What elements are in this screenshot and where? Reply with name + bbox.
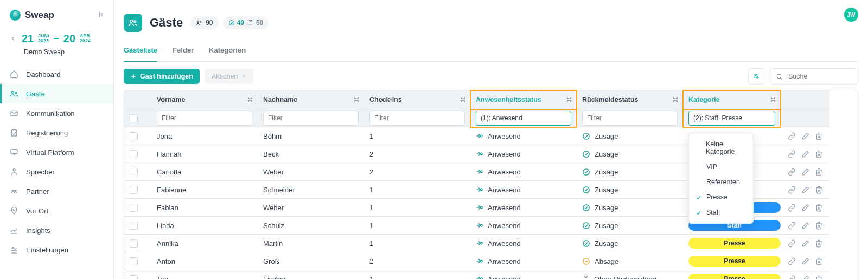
checkbox[interactable] [130, 114, 138, 122]
delete-icon[interactable] [815, 150, 823, 158]
delete-icon[interactable] [815, 257, 823, 265]
dropdown-option[interactable]: Presse [689, 190, 753, 205]
filter-attendance[interactable]: (1): Anwesend [470, 109, 577, 127]
search-input[interactable] [787, 72, 852, 81]
delete-icon[interactable] [815, 239, 823, 248]
delete-icon[interactable] [815, 275, 823, 279]
sidebar-item-communication[interactable]: Kommunikation [0, 103, 113, 123]
tab-fields[interactable]: Felder [173, 41, 194, 61]
filter-value[interactable]: (1): Anwesend [476, 111, 571, 126]
filter-input[interactable] [582, 111, 678, 126]
dropdown-option[interactable]: Referenten [689, 174, 753, 190]
checkbox[interactable] [130, 132, 138, 140]
link-icon[interactable] [788, 150, 796, 158]
svg-point-46 [481, 225, 483, 227]
filter-settings-button[interactable] [748, 68, 764, 85]
row-checkbox[interactable] [124, 235, 151, 252]
filter-value[interactable]: (2): Staff, Presse [688, 111, 775, 126]
checkbox[interactable] [130, 186, 138, 194]
avatar[interactable]: JW [844, 8, 858, 22]
dropdown-option[interactable]: Keine Kategorie [689, 137, 753, 159]
link-icon[interactable] [788, 222, 796, 230]
row-checkbox[interactable] [124, 217, 151, 235]
edit-icon[interactable] [801, 132, 809, 140]
col-category[interactable]: Kategorie [683, 90, 781, 109]
users-icon [196, 20, 202, 26]
search-box[interactable] [770, 68, 858, 85]
col-checkins[interactable]: Check-ins [364, 90, 470, 109]
col-attendance[interactable]: Anwesenheitsstatus [470, 90, 577, 109]
sidebar-item-speakers[interactable]: Sprecher [0, 162, 113, 181]
collapse-sidebar-icon[interactable] [98, 11, 106, 18]
actions-button[interactable]: Aktionen [205, 69, 253, 84]
filter-category[interactable]: (2): Staff, Presse [683, 109, 781, 127]
link-icon[interactable] [788, 132, 796, 140]
link-icon[interactable] [788, 257, 796, 265]
filter-input[interactable] [263, 111, 359, 126]
sidebar-item-virtual[interactable]: Virtual Platform [0, 142, 113, 162]
dropdown-option[interactable]: VIP [689, 159, 753, 174]
add-guest-button[interactable]: Gast hinzufügen [124, 69, 200, 84]
delete-icon[interactable] [815, 186, 823, 194]
checkbox[interactable] [130, 204, 138, 212]
edit-icon[interactable] [801, 168, 809, 176]
filter-vorname[interactable] [151, 109, 258, 127]
checkbox[interactable] [130, 168, 138, 176]
row-checkbox[interactable] [124, 163, 151, 181]
delete-icon[interactable] [815, 204, 823, 212]
filter-checkins[interactable] [364, 109, 470, 127]
tab-guestlist[interactable]: Gästeliste [124, 41, 157, 62]
edit-icon[interactable] [801, 222, 809, 230]
delete-icon[interactable] [815, 132, 823, 140]
filter-response[interactable] [577, 109, 683, 127]
edit-icon[interactable] [801, 275, 809, 279]
category-dropdown[interactable]: Keine KategorieVIPReferentenPresseStaff [688, 133, 754, 224]
brand: Sweap [0, 4, 113, 30]
checkbox[interactable] [130, 239, 138, 248]
col-response[interactable]: Rückmeldestatus [577, 90, 683, 109]
row-checkbox[interactable] [124, 270, 151, 279]
row-checkbox[interactable] [124, 145, 151, 163]
filter-input[interactable] [369, 111, 465, 126]
row-checkbox[interactable] [124, 199, 151, 217]
link-icon[interactable] [788, 204, 796, 212]
edit-icon[interactable] [801, 257, 809, 265]
back-icon[interactable] [10, 35, 16, 42]
col-vorname[interactable]: Vorname [151, 90, 258, 109]
event-date-nav[interactable]: 21 JUNI2023 – 20 APR.2024 [0, 30, 113, 48]
col-nachname[interactable]: Nachname [258, 90, 364, 109]
filter-input[interactable] [157, 111, 252, 126]
row-checkbox[interactable] [124, 181, 151, 199]
link-icon[interactable] [788, 168, 796, 176]
cell-attendance: Anwesend [470, 199, 577, 217]
delete-icon[interactable] [815, 168, 823, 176]
row-checkbox[interactable] [124, 127, 151, 145]
sidebar-item-partner[interactable]: Partner [0, 181, 113, 201]
sidebar-item-insights[interactable]: Insights [0, 220, 113, 240]
tab-categories[interactable]: Kategorien [209, 41, 246, 61]
checkbox[interactable] [130, 257, 138, 265]
sidebar-item-onsite[interactable]: Vor Ort [0, 201, 113, 220]
stat-group: 90 40 50 [190, 16, 269, 29]
sidebar-item-settings[interactable]: Einstellungen [0, 240, 113, 259]
sidebar-item-dashboard[interactable]: Dashboard [0, 64, 113, 84]
sidebar-item-guests[interactable]: Gäste [0, 84, 113, 103]
select-all[interactable] [124, 109, 151, 127]
edit-icon[interactable] [801, 150, 809, 158]
speaker-icon [10, 167, 18, 176]
edit-icon[interactable] [801, 204, 809, 212]
link-icon[interactable] [788, 239, 796, 248]
link-icon[interactable] [788, 186, 796, 194]
delete-icon[interactable] [815, 222, 823, 230]
checkbox[interactable] [130, 222, 138, 230]
dropdown-option[interactable]: Staff [689, 205, 753, 220]
checkbox[interactable] [130, 275, 138, 279]
sidebar-item-registration[interactable]: Registrierung [0, 123, 113, 142]
row-actions [781, 252, 829, 270]
row-checkbox[interactable] [124, 252, 151, 270]
link-icon[interactable] [788, 275, 796, 279]
edit-icon[interactable] [801, 239, 809, 248]
edit-icon[interactable] [801, 186, 809, 194]
checkbox[interactable] [130, 150, 138, 158]
filter-nachname[interactable] [258, 109, 364, 127]
